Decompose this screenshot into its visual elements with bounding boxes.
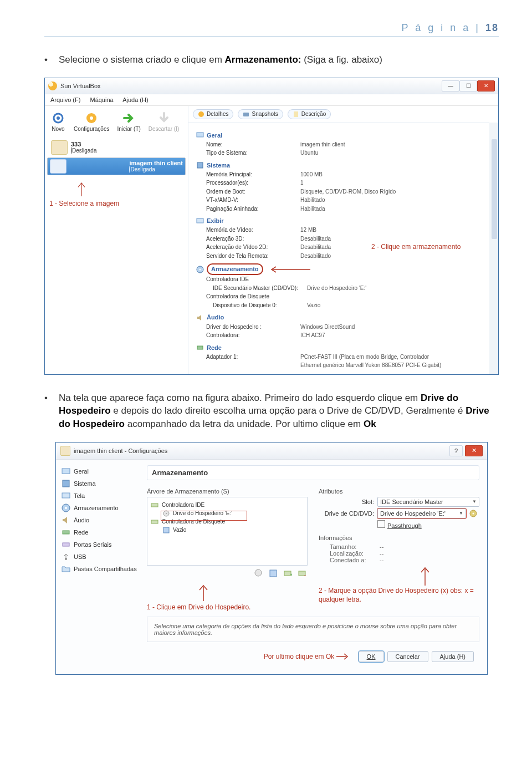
config-titlebar: imagem thin client - Configurações ? ✕ [56,443,487,460]
display-icon [62,491,70,500]
svg-rect-14 [63,480,69,487]
label: Controladora IDE [196,275,300,284]
annotation-arrow-right [336,653,350,660]
add-controller-button[interactable] [253,568,264,579]
value: Vazio [307,301,320,310]
floppy-icon [163,527,170,533]
svg-text:-: - [304,572,306,578]
gear-icon [198,111,204,118]
discard-button[interactable]: Descartar (I) [149,110,180,132]
section-geral[interactable]: Geral [196,131,490,140]
bullet2-post1: acompanhado da letra da unidade. Por ult… [127,419,364,429]
cancel-button[interactable]: Cancelar [387,651,428,662]
browse-disk-button[interactable] [468,508,479,518]
circled-armazenamento: Armazenamento [207,263,263,275]
svg-rect-7 [197,133,203,137]
scrollbar-thumb[interactable] [492,139,497,239]
close-button[interactable]: ✕ [477,80,495,91]
vm-item-333[interactable]: 333 Desligada [47,138,186,157]
port-icon [62,540,70,549]
vm-icon [60,446,70,456]
start-button[interactable]: Iniciar (T) [117,110,140,132]
settings-button[interactable]: Configurações [74,110,109,132]
tree-controladora-ide[interactable]: Controladora IDE [151,501,304,510]
svg-rect-12 [197,346,203,349]
sidebar-item-pastas[interactable]: Pastas Compartilhadas [62,563,145,575]
add-button[interactable]: + [282,568,293,579]
sidebar-item-rede[interactable]: Rede [62,526,145,538]
sidebar-item-portas-seriais[interactable]: Portas Seriais [62,538,145,551]
svg-rect-19 [63,543,69,546]
usb-icon [62,552,70,561]
menu-maquina[interactable]: Máquina [90,96,113,103]
add-disk-button[interactable] [268,568,279,579]
ok-button[interactable]: OK [359,651,384,662]
label: Aceleração 3D: [196,235,300,243]
label: Adaptador 1: [196,353,300,370]
tab-snapshots[interactable]: Snapshots [238,109,283,119]
passthrough-label: Passthrough [387,522,422,529]
scrollbar[interactable] [489,123,498,374]
svg-point-11 [200,268,201,270]
slot-select[interactable]: IDE Secundário Master▼ [377,497,479,507]
minus-icon: - [298,569,306,578]
svg-point-4 [198,111,204,117]
page-header: P á g i n a | 18 [44,22,499,37]
maximize-button[interactable]: ☐ [459,80,477,91]
value: Habilitado [300,196,325,205]
toolbar: Novo Configurações Iniciar (T) Descartar… [47,109,186,133]
camera-icon [243,111,249,118]
config-title: imagem thin client - Configurações [74,447,449,454]
chevron-down-icon: ▼ [459,511,463,516]
section-exibir[interactable]: Exibir [196,216,490,226]
svg-text:+: + [290,572,292,578]
svg-rect-13 [62,469,70,474]
svg-rect-27 [270,570,277,577]
label: Tipo de Sistema: [196,149,300,157]
menu-ajuda[interactable]: Ajuda (H) [122,96,148,103]
section-sistema[interactable]: Sistema [196,161,490,170]
section-armazenamento[interactable]: Armazenamento [196,263,490,275]
page-label: P á g i n a | [402,22,480,33]
vm-item-imagem-thin-client[interactable]: imagem thin client Desligada [47,157,186,175]
details-tabs: Detalhes Snapshots Descrição [188,106,498,123]
help-button[interactable]: Ajuda (H) [432,651,474,662]
sidebar-item-geral[interactable]: Geral [62,465,145,477]
sidebar-item-audio[interactable]: Áudio [62,514,145,526]
value: Desabilitada [300,235,331,243]
svg-rect-9 [197,218,203,223]
disk-icon [196,266,204,273]
value: 1000 MB [300,170,323,179]
svg-rect-6 [294,111,298,117]
page-number: 18 [485,22,499,33]
window-title: Sun VirtualBox [60,83,442,89]
label: Memória de Vídeo: [196,226,300,235]
passthrough-checkbox[interactable] [377,520,385,528]
display-icon [196,217,204,225]
label: Driver do Hospedeiro : [196,323,300,332]
new-button[interactable]: Novo [50,110,66,132]
remove-button[interactable]: - [296,568,308,579]
sidebar-item-sistema[interactable]: Sistema [62,477,145,490]
drive-select[interactable]: Drive do Hospedeiro 'E:'▼ [377,508,466,518]
value: 1 [300,179,304,187]
vm-name: 333 [71,141,96,148]
tree-vazio[interactable]: Vazio [151,526,304,534]
annotation-5: Por ultimo clique em Ok [147,653,355,661]
sidebar-item-tela[interactable]: Tela [62,490,145,502]
minimize-button[interactable]: — [442,80,459,91]
vm-icon [50,159,66,174]
section-rede[interactable]: Rede [196,343,490,353]
sidebar-item-armazenamento[interactable]: Armazenamento [62,502,145,514]
storage-tree[interactable]: Controladora IDE Drive do Hospedeiro 'E:… [147,497,308,566]
note-icon [293,111,299,118]
close-button[interactable]: ✕ [465,445,483,456]
tab-detalhes[interactable]: Detalhes [193,109,233,119]
sidebar-item-usb[interactable]: USB [62,551,145,563]
tab-descricao[interactable]: Descrição [288,109,331,119]
section-audio[interactable]: Áudio [196,313,490,322]
help-button[interactable]: ? [449,445,463,456]
value: Desabilitado [300,252,331,261]
plus-icon: + [283,569,292,578]
menu-arquivo[interactable]: Arquivo (F) [50,96,80,103]
